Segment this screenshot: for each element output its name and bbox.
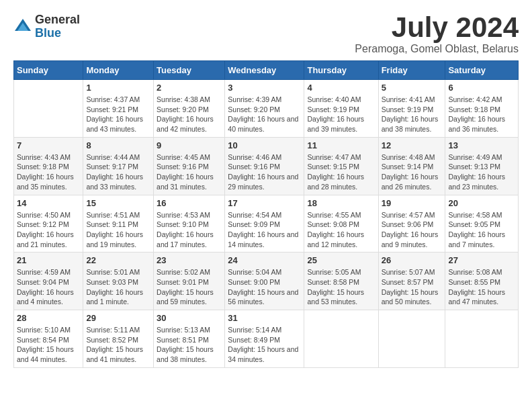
day-cell: 9Sunrise: 4:45 AM Sunset: 9:16 PM Daylig… [154, 137, 225, 195]
day-number: 7 [17, 140, 80, 150]
day-number: 3 [228, 83, 301, 93]
day-cell: 7Sunrise: 4:43 AM Sunset: 9:18 PM Daylig… [14, 137, 83, 195]
day-info: Sunrise: 4:40 AM Sunset: 9:19 PM Dayligh… [307, 95, 375, 134]
day-number: 10 [228, 140, 301, 150]
week-row-5: 28Sunrise: 5:10 AM Sunset: 8:54 PM Dayli… [14, 310, 519, 368]
day-cell: 10Sunrise: 4:46 AM Sunset: 9:16 PM Dayli… [225, 137, 304, 195]
day-cell: 5Sunrise: 4:41 AM Sunset: 9:19 PM Daylig… [378, 80, 445, 138]
day-number: 6 [448, 83, 515, 93]
day-cell: 24Sunrise: 5:04 AM Sunset: 9:00 PM Dayli… [225, 253, 304, 310]
day-info: Sunrise: 4:39 AM Sunset: 9:20 PM Dayligh… [228, 95, 301, 134]
day-info: Sunrise: 5:07 AM Sunset: 8:57 PM Dayligh… [382, 267, 443, 307]
day-number: 12 [382, 140, 443, 150]
day-cell: 27Sunrise: 5:08 AM Sunset: 8:55 PM Dayli… [445, 253, 519, 310]
day-number: 9 [157, 140, 222, 150]
page-header: General Blue July 2024 Peramoga, Gomel O… [13, 13, 519, 55]
week-row-2: 7Sunrise: 4:43 AM Sunset: 9:18 PM Daylig… [14, 137, 519, 195]
day-info: Sunrise: 4:38 AM Sunset: 9:20 PM Dayligh… [157, 95, 222, 134]
day-cell: 4Sunrise: 4:40 AM Sunset: 9:19 PM Daylig… [304, 80, 378, 138]
day-number: 29 [86, 313, 150, 323]
day-cell: 26Sunrise: 5:07 AM Sunset: 8:57 PM Dayli… [378, 253, 445, 310]
logo: General Blue [13, 13, 80, 40]
day-cell: 11Sunrise: 4:47 AM Sunset: 9:15 PM Dayli… [304, 137, 378, 195]
day-info: Sunrise: 4:41 AM Sunset: 9:19 PM Dayligh… [382, 95, 443, 134]
day-cell: 6Sunrise: 4:42 AM Sunset: 9:18 PM Daylig… [445, 80, 519, 138]
day-info: Sunrise: 4:49 AM Sunset: 9:13 PM Dayligh… [448, 152, 515, 192]
day-number: 24 [228, 255, 301, 265]
day-cell: 2Sunrise: 4:38 AM Sunset: 9:20 PM Daylig… [154, 80, 225, 138]
day-number: 1 [86, 83, 150, 93]
day-number: 13 [448, 140, 515, 150]
day-cell: 25Sunrise: 5:05 AM Sunset: 8:58 PM Dayli… [304, 253, 378, 310]
day-info: Sunrise: 4:59 AM Sunset: 9:04 PM Dayligh… [17, 267, 80, 307]
day-cell: 12Sunrise: 4:48 AM Sunset: 9:14 PM Dayli… [378, 137, 445, 195]
day-info: Sunrise: 5:01 AM Sunset: 9:03 PM Dayligh… [86, 267, 150, 307]
day-cell: 23Sunrise: 5:02 AM Sunset: 9:01 PM Dayli… [154, 253, 225, 310]
day-cell [445, 310, 519, 368]
day-number: 27 [448, 255, 515, 265]
day-number: 17 [228, 198, 301, 208]
header-sunday: Sunday [14, 61, 83, 80]
day-number: 26 [382, 255, 443, 265]
location-subtitle: Peramoga, Gomel Oblast, Belarus [355, 43, 519, 55]
day-info: Sunrise: 5:04 AM Sunset: 9:00 PM Dayligh… [228, 267, 301, 307]
day-info: Sunrise: 4:57 AM Sunset: 9:06 PM Dayligh… [382, 210, 443, 250]
day-number: 5 [382, 83, 443, 93]
day-cell: 14Sunrise: 4:50 AM Sunset: 9:12 PM Dayli… [14, 195, 83, 253]
day-info: Sunrise: 4:48 AM Sunset: 9:14 PM Dayligh… [382, 152, 443, 192]
day-info: Sunrise: 4:55 AM Sunset: 9:08 PM Dayligh… [307, 210, 375, 250]
day-info: Sunrise: 5:10 AM Sunset: 8:54 PM Dayligh… [17, 325, 80, 365]
week-row-3: 14Sunrise: 4:50 AM Sunset: 9:12 PM Dayli… [14, 195, 519, 253]
day-number: 23 [157, 255, 222, 265]
header-wednesday: Wednesday [225, 61, 304, 80]
day-number: 8 [86, 140, 150, 150]
day-info: Sunrise: 5:14 AM Sunset: 8:49 PM Dayligh… [228, 325, 301, 365]
header-monday: Monday [83, 61, 154, 80]
day-cell: 17Sunrise: 4:54 AM Sunset: 9:09 PM Dayli… [225, 195, 304, 253]
week-row-4: 21Sunrise: 4:59 AM Sunset: 9:04 PM Dayli… [14, 253, 519, 310]
day-info: Sunrise: 4:51 AM Sunset: 9:11 PM Dayligh… [86, 210, 150, 250]
day-info: Sunrise: 5:05 AM Sunset: 8:58 PM Dayligh… [307, 267, 375, 307]
day-cell: 16Sunrise: 4:53 AM Sunset: 9:10 PM Dayli… [154, 195, 225, 253]
day-info: Sunrise: 4:53 AM Sunset: 9:10 PM Dayligh… [157, 210, 222, 250]
day-cell: 22Sunrise: 5:01 AM Sunset: 9:03 PM Dayli… [83, 253, 154, 310]
day-cell: 19Sunrise: 4:57 AM Sunset: 9:06 PM Dayli… [378, 195, 445, 253]
day-number: 18 [307, 198, 375, 208]
header-thursday: Thursday [304, 61, 378, 80]
day-number: 19 [382, 198, 443, 208]
day-number: 2 [157, 83, 222, 93]
day-number: 11 [307, 140, 375, 150]
day-cell: 8Sunrise: 4:44 AM Sunset: 9:17 PM Daylig… [83, 137, 154, 195]
day-cell: 29Sunrise: 5:11 AM Sunset: 8:52 PM Dayli… [83, 310, 154, 368]
day-cell [378, 310, 445, 368]
day-number: 15 [86, 198, 150, 208]
day-info: Sunrise: 4:45 AM Sunset: 9:16 PM Dayligh… [157, 152, 222, 192]
day-number: 14 [17, 198, 80, 208]
day-cell: 20Sunrise: 4:58 AM Sunset: 9:05 PM Dayli… [445, 195, 519, 253]
logo-blue-text: Blue [35, 27, 80, 40]
header-tuesday: Tuesday [154, 61, 225, 80]
day-cell [14, 80, 83, 138]
day-info: Sunrise: 4:37 AM Sunset: 9:21 PM Dayligh… [86, 95, 150, 134]
month-year-title: July 2024 [355, 13, 519, 42]
header-saturday: Saturday [445, 61, 519, 80]
day-number: 20 [448, 198, 515, 208]
day-cell: 1Sunrise: 4:37 AM Sunset: 9:21 PM Daylig… [83, 80, 154, 138]
logo-icon [13, 17, 32, 36]
calendar-table: SundayMondayTuesdayWednesdayThursdayFrid… [13, 60, 519, 368]
day-info: Sunrise: 4:46 AM Sunset: 9:16 PM Dayligh… [228, 152, 301, 192]
day-number: 21 [17, 255, 80, 265]
day-cell: 18Sunrise: 4:55 AM Sunset: 9:08 PM Dayli… [304, 195, 378, 253]
day-info: Sunrise: 4:43 AM Sunset: 9:18 PM Dayligh… [17, 152, 80, 192]
day-info: Sunrise: 4:42 AM Sunset: 9:18 PM Dayligh… [448, 95, 515, 134]
day-info: Sunrise: 5:13 AM Sunset: 8:51 PM Dayligh… [157, 325, 222, 365]
day-cell: 15Sunrise: 4:51 AM Sunset: 9:11 PM Dayli… [83, 195, 154, 253]
day-info: Sunrise: 4:50 AM Sunset: 9:12 PM Dayligh… [17, 210, 80, 250]
day-info: Sunrise: 5:11 AM Sunset: 8:52 PM Dayligh… [86, 325, 150, 365]
day-number: 25 [307, 255, 375, 265]
day-cell [304, 310, 378, 368]
day-number: 28 [17, 313, 80, 323]
day-cell: 31Sunrise: 5:14 AM Sunset: 8:49 PM Dayli… [225, 310, 304, 368]
week-row-1: 1Sunrise: 4:37 AM Sunset: 9:21 PM Daylig… [14, 80, 519, 138]
day-cell: 13Sunrise: 4:49 AM Sunset: 9:13 PM Dayli… [445, 137, 519, 195]
